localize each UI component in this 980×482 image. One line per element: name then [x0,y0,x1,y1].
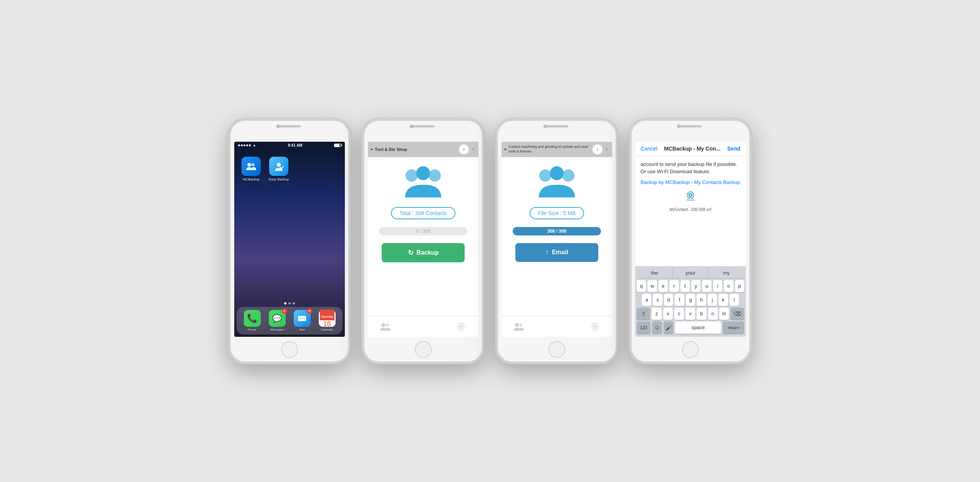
cancel-button[interactable]: Cancel [641,146,657,152]
keyboard-suggestions: the your my [637,268,744,278]
key-emoji[interactable]: ☺ [652,321,662,334]
backup-icon: ↻ [408,248,414,257]
file-size-label: File Size : 5 MB [538,210,576,216]
delete-key[interactable]: ⌫ [730,308,744,320]
screen-2: ▶ Tool & Die Shop › ✕ [368,142,478,337]
compose-body[interactable]: account to send your backup file if poss… [635,156,746,266]
svg-point-6 [381,323,385,327]
home-button-4[interactable] [682,341,699,358]
key-q[interactable]: q [637,280,646,292]
home-button-2[interactable] [415,341,432,358]
dock: 📞 Phone 💬 2 Messages ✉️ [237,307,343,335]
calendar-dock-icon: Thursday 18 [319,310,336,327]
key-return[interactable]: return [723,321,744,334]
suggestion-1[interactable]: your [673,268,709,278]
key-b[interactable]: b [697,308,706,320]
key-u[interactable]: u [702,280,711,292]
shift-key[interactable]: ⇧ [637,308,650,320]
key-m[interactable]: m [719,308,729,320]
backup-link[interactable]: Backup by MCBackup - My Contacts Backup [641,179,740,186]
messages-dock-icon: 💬 2 [269,310,286,327]
key-w[interactable]: w [647,280,657,292]
app-screen-3: File Size : 5 MB 308 / 308 ↑ Email [502,157,612,337]
contacts-bottom-icon-2[interactable] [379,321,391,332]
dock-app-mail[interactable]: ✉️ 5 Mail [293,310,312,331]
svg-point-12 [515,323,519,327]
easybackup-icon [269,157,288,176]
key-o[interactable]: o [724,280,733,292]
key-a[interactable]: a [642,294,651,306]
phones-container: ▲ 9:41 AM [213,103,767,379]
ad-banner-left-3: ▶ Custom machining and grinding of carbi… [505,145,592,154]
key-f[interactable]: f [675,294,684,306]
ad-arrow-icon-3: ▶ [505,147,507,151]
attachment-area: MyContact...030-308.vcf [641,186,740,216]
ad-close-2[interactable]: ✕ [471,147,475,152]
mail-badge: 5 [307,308,312,314]
ad-text-3: Custom machining and grinding of carbide… [508,145,592,154]
dot-2 [241,144,243,146]
home-button-1[interactable] [281,341,298,358]
battery-icon [334,144,341,147]
easybackup-label: Easy Backup [269,177,289,181]
dot-1 [238,144,240,146]
contacts-group-icon-3 [532,165,582,199]
suggestion-0[interactable]: the [637,268,673,278]
ad-banner-3: ▶ Custom machining and grinding of carbi… [502,142,612,157]
progress-bar-3: 308 / 308 [513,227,601,235]
key-g[interactable]: g [686,294,695,306]
dock-app-calendar[interactable]: Thursday 18 Calendar [318,310,337,331]
key-mic[interactable]: 🎤 [664,321,674,334]
settings-bottom-icon-3[interactable] [589,321,601,332]
gear-icon-3 [590,322,599,331]
svg-point-1 [252,163,255,166]
key-space[interactable]: space [675,321,721,334]
app-icon-mcbackup[interactable]: MCBackup [240,157,262,181]
key-k[interactable]: k [718,294,728,306]
key-d[interactable]: d [664,294,673,306]
key-l[interactable]: l [730,294,739,306]
contacts-bottom-icon-3[interactable] [513,321,525,332]
progress-bar-2: 0 / 308 [379,227,467,235]
svg-point-8 [460,325,463,328]
key-row-2: a s d f g h j k l [637,294,744,306]
key-t[interactable]: t [680,280,690,292]
ad-nav-btn-3[interactable]: › [592,144,603,155]
upload-icon: ↑ [545,248,549,257]
calendar-number-area: 18 [323,320,331,327]
key-c[interactable]: c [674,308,684,320]
key-v[interactable]: v [685,308,695,320]
send-button[interactable]: Send [727,146,740,152]
dock-app-phone[interactable]: 📞 Phone [243,310,262,331]
gear-icon-2 [457,322,466,331]
key-i[interactable]: i [713,280,722,292]
home-button-3[interactable] [548,341,565,358]
key-s[interactable]: s [653,294,662,306]
key-h[interactable]: h [697,294,706,306]
key-n[interactable]: n [708,308,718,320]
key-123[interactable]: 123 [637,321,651,334]
settings-bottom-icon-2[interactable] [455,321,467,332]
signal-dots [238,144,251,146]
suggestion-2[interactable]: my [709,268,744,278]
ad-nav-btn-2[interactable]: › [459,144,469,155]
key-j[interactable]: j [708,294,717,306]
ad-close-3[interactable]: ✕ [604,147,609,152]
key-x[interactable]: x [663,308,673,320]
key-z[interactable]: z [652,308,661,320]
app-icon-easybackup[interactable]: Easy Backup [268,157,290,181]
progress-text-3: 308 / 308 [547,229,566,234]
attachment-icon [683,190,698,205]
dock-app-messages[interactable]: 💬 2 Messages [268,310,287,331]
email-button[interactable]: ↑ Email [515,243,598,262]
ad-banner-2: ▶ Tool & Die Shop › ✕ [368,142,478,157]
key-r[interactable]: r [669,280,679,292]
phone-homescreen: ▲ 9:41 AM [228,118,351,364]
key-p[interactable]: p [735,280,744,292]
dot-5 [249,144,251,146]
key-e[interactable]: e [659,280,668,292]
backup-button[interactable]: ↻ Backup [382,243,465,262]
calendar-header: Thursday [320,310,334,320]
key-y[interactable]: y [691,280,700,292]
svg-point-9 [539,169,551,182]
